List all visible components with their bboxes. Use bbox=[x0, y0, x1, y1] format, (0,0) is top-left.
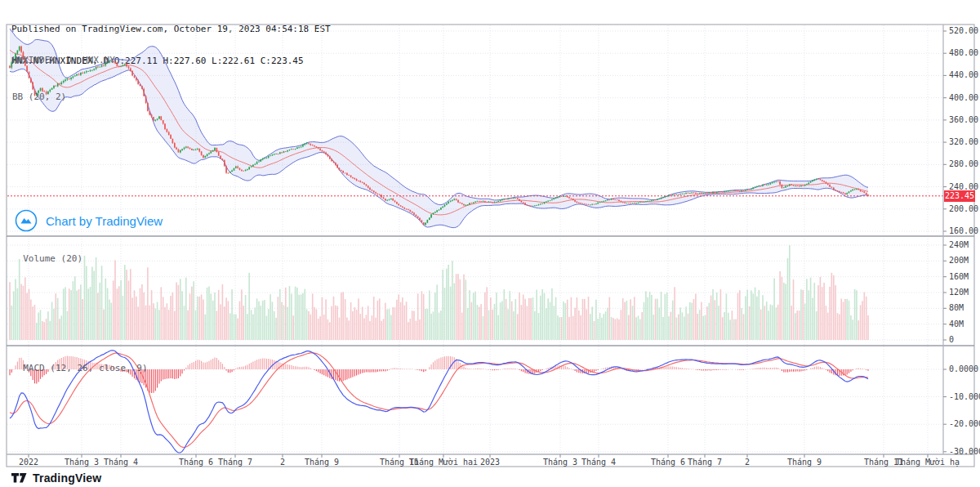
price-tick-label: 520.00 bbox=[949, 26, 978, 35]
tradingview-logo[interactable]: TradingView bbox=[11, 471, 101, 485]
bb-indicator-legend[interactable]: BB (20, 2) bbox=[12, 91, 115, 103]
volume-tick-label: 0 bbox=[949, 335, 954, 344]
volume-tick-label: 40M bbox=[949, 319, 964, 328]
tradingview-cloud-icon bbox=[15, 209, 38, 232]
time-tick-label: Tháng 9 bbox=[285, 458, 359, 467]
time-tick-label: Tháng 4 bbox=[562, 458, 635, 467]
price-tick-label: 480.00 bbox=[949, 48, 978, 57]
volume-indicator-legend[interactable]: Volume (20) bbox=[12, 240, 82, 265]
price-tick-label: 280.00 bbox=[949, 159, 978, 168]
macd-tick-label: -10.0000 bbox=[949, 392, 980, 401]
volume-tick-label: 120M bbox=[949, 288, 969, 297]
time-tick-label: 2023 bbox=[453, 458, 527, 467]
time-tick-label: Tháng 4 bbox=[84, 458, 158, 467]
volume-tick-label: 240M bbox=[949, 240, 969, 249]
macd-tick-label: -20.0000 bbox=[949, 419, 980, 428]
symbol-legend[interactable]: HNXINDEX, D, HNX.NY bbox=[12, 54, 115, 66]
chart-canvas[interactable] bbox=[0, 0, 980, 487]
price-tick-label: 400.00 bbox=[949, 93, 978, 102]
price-tick-label: 320.00 bbox=[949, 137, 978, 146]
watermark-label: Chart by TradingView bbox=[46, 214, 163, 228]
volume-tick-label: 160M bbox=[949, 272, 969, 281]
volume-tick-label: 200M bbox=[949, 256, 969, 265]
tradingview-mark-icon bbox=[11, 473, 27, 483]
price-tick-label: 160.00 bbox=[949, 226, 978, 235]
price-tick-label: 200.00 bbox=[949, 204, 978, 213]
tradingview-brand-text: TradingView bbox=[33, 471, 101, 485]
price-tick-label: 240.00 bbox=[949, 182, 978, 191]
macd-tick-label: -30.0000 bbox=[949, 447, 980, 456]
price-tick-label: 360.00 bbox=[949, 115, 978, 124]
main-chart-legend: HNXINDEX, D, HNX.NY BB (20, 2) bbox=[12, 29, 115, 115]
time-tick-label: Tháng 9 bbox=[768, 458, 841, 467]
volume-tick-label: 80M bbox=[949, 303, 964, 312]
bollinger-band-fill bbox=[10, 29, 868, 228]
tradingview-attribution-link[interactable]: Chart by TradingView bbox=[15, 209, 163, 232]
macd-indicator-legend[interactable]: MACD (12, 26, close, 9) bbox=[12, 350, 148, 374]
price-tick-label: 440.00 bbox=[949, 70, 978, 79]
time-tick-label: Tháng Mười hạ bbox=[891, 458, 964, 467]
macd-tick-label: 0.0000 bbox=[949, 364, 978, 373]
bollinger-lower-line bbox=[10, 69, 868, 227]
last-price-badge: 223.45 bbox=[944, 190, 975, 202]
